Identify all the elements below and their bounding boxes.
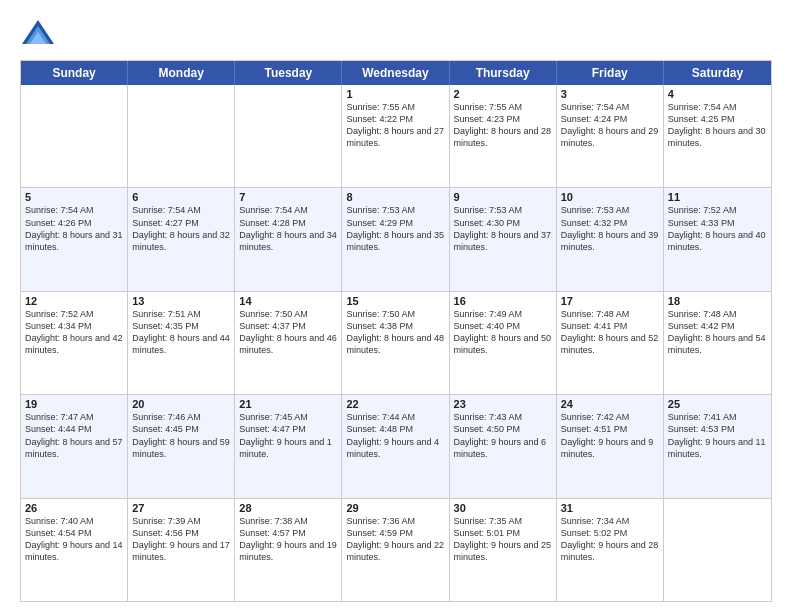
day-number: 6	[132, 191, 230, 203]
calendar-row-0: 1Sunrise: 7:55 AM Sunset: 4:22 PM Daylig…	[21, 85, 771, 188]
cell-daylight-info: Sunrise: 7:54 AM Sunset: 4:27 PM Dayligh…	[132, 204, 230, 253]
day-number: 10	[561, 191, 659, 203]
cell-daylight-info: Sunrise: 7:43 AM Sunset: 4:50 PM Dayligh…	[454, 411, 552, 460]
day-number: 11	[668, 191, 767, 203]
calendar-row-4: 26Sunrise: 7:40 AM Sunset: 4:54 PM Dayli…	[21, 499, 771, 601]
calendar-cell-15: 15Sunrise: 7:50 AM Sunset: 4:38 PM Dayli…	[342, 292, 449, 394]
calendar-cell-3: 3Sunrise: 7:54 AM Sunset: 4:24 PM Daylig…	[557, 85, 664, 187]
calendar-cell-16: 16Sunrise: 7:49 AM Sunset: 4:40 PM Dayli…	[450, 292, 557, 394]
calendar-cell-12: 12Sunrise: 7:52 AM Sunset: 4:34 PM Dayli…	[21, 292, 128, 394]
day-number: 14	[239, 295, 337, 307]
calendar-cell-10: 10Sunrise: 7:53 AM Sunset: 4:32 PM Dayli…	[557, 188, 664, 290]
day-number: 22	[346, 398, 444, 410]
day-number: 21	[239, 398, 337, 410]
day-number: 28	[239, 502, 337, 514]
calendar-cell-24: 24Sunrise: 7:42 AM Sunset: 4:51 PM Dayli…	[557, 395, 664, 497]
cell-daylight-info: Sunrise: 7:51 AM Sunset: 4:35 PM Dayligh…	[132, 308, 230, 357]
cell-daylight-info: Sunrise: 7:50 AM Sunset: 4:38 PM Dayligh…	[346, 308, 444, 357]
day-number: 1	[346, 88, 444, 100]
cell-daylight-info: Sunrise: 7:54 AM Sunset: 4:25 PM Dayligh…	[668, 101, 767, 150]
calendar-cell-23: 23Sunrise: 7:43 AM Sunset: 4:50 PM Dayli…	[450, 395, 557, 497]
calendar-cell-17: 17Sunrise: 7:48 AM Sunset: 4:41 PM Dayli…	[557, 292, 664, 394]
calendar-cell-18: 18Sunrise: 7:48 AM Sunset: 4:42 PM Dayli…	[664, 292, 771, 394]
calendar-cell-11: 11Sunrise: 7:52 AM Sunset: 4:33 PM Dayli…	[664, 188, 771, 290]
cell-daylight-info: Sunrise: 7:50 AM Sunset: 4:37 PM Dayligh…	[239, 308, 337, 357]
cell-daylight-info: Sunrise: 7:55 AM Sunset: 4:23 PM Dayligh…	[454, 101, 552, 150]
cell-daylight-info: Sunrise: 7:40 AM Sunset: 4:54 PM Dayligh…	[25, 515, 123, 564]
weekday-header-tuesday: Tuesday	[235, 61, 342, 85]
day-number: 24	[561, 398, 659, 410]
day-number: 31	[561, 502, 659, 514]
cell-daylight-info: Sunrise: 7:46 AM Sunset: 4:45 PM Dayligh…	[132, 411, 230, 460]
day-number: 30	[454, 502, 552, 514]
weekday-header-monday: Monday	[128, 61, 235, 85]
cell-daylight-info: Sunrise: 7:48 AM Sunset: 4:42 PM Dayligh…	[668, 308, 767, 357]
day-number: 3	[561, 88, 659, 100]
day-number: 23	[454, 398, 552, 410]
cell-daylight-info: Sunrise: 7:55 AM Sunset: 4:22 PM Dayligh…	[346, 101, 444, 150]
cell-daylight-info: Sunrise: 7:52 AM Sunset: 4:33 PM Dayligh…	[668, 204, 767, 253]
calendar: SundayMondayTuesdayWednesdayThursdayFrid…	[20, 60, 772, 602]
weekday-header-friday: Friday	[557, 61, 664, 85]
day-number: 18	[668, 295, 767, 307]
cell-daylight-info: Sunrise: 7:49 AM Sunset: 4:40 PM Dayligh…	[454, 308, 552, 357]
day-number: 20	[132, 398, 230, 410]
day-number: 17	[561, 295, 659, 307]
day-number: 9	[454, 191, 552, 203]
calendar-cell-14: 14Sunrise: 7:50 AM Sunset: 4:37 PM Dayli…	[235, 292, 342, 394]
calendar-cell-31: 31Sunrise: 7:34 AM Sunset: 5:02 PM Dayli…	[557, 499, 664, 601]
calendar-cell-1: 1Sunrise: 7:55 AM Sunset: 4:22 PM Daylig…	[342, 85, 449, 187]
calendar-cell-29: 29Sunrise: 7:36 AM Sunset: 4:59 PM Dayli…	[342, 499, 449, 601]
day-number: 26	[25, 502, 123, 514]
calendar-cell-8: 8Sunrise: 7:53 AM Sunset: 4:29 PM Daylig…	[342, 188, 449, 290]
cell-daylight-info: Sunrise: 7:53 AM Sunset: 4:30 PM Dayligh…	[454, 204, 552, 253]
cell-daylight-info: Sunrise: 7:48 AM Sunset: 4:41 PM Dayligh…	[561, 308, 659, 357]
day-number: 29	[346, 502, 444, 514]
calendar-cell-5: 5Sunrise: 7:54 AM Sunset: 4:26 PM Daylig…	[21, 188, 128, 290]
logo	[20, 16, 60, 52]
calendar-cell-20: 20Sunrise: 7:46 AM Sunset: 4:45 PM Dayli…	[128, 395, 235, 497]
calendar-header: SundayMondayTuesdayWednesdayThursdayFrid…	[21, 61, 771, 85]
calendar-cell-25: 25Sunrise: 7:41 AM Sunset: 4:53 PM Dayli…	[664, 395, 771, 497]
weekday-header-sunday: Sunday	[21, 61, 128, 85]
calendar-cell-2: 2Sunrise: 7:55 AM Sunset: 4:23 PM Daylig…	[450, 85, 557, 187]
weekday-header-wednesday: Wednesday	[342, 61, 449, 85]
cell-daylight-info: Sunrise: 7:38 AM Sunset: 4:57 PM Dayligh…	[239, 515, 337, 564]
calendar-cell-empty-4-6	[664, 499, 771, 601]
weekday-header-saturday: Saturday	[664, 61, 771, 85]
logo-icon	[20, 16, 56, 52]
page: SundayMondayTuesdayWednesdayThursdayFrid…	[0, 0, 792, 612]
day-number: 8	[346, 191, 444, 203]
cell-daylight-info: Sunrise: 7:54 AM Sunset: 4:28 PM Dayligh…	[239, 204, 337, 253]
calendar-cell-21: 21Sunrise: 7:45 AM Sunset: 4:47 PM Dayli…	[235, 395, 342, 497]
calendar-cell-27: 27Sunrise: 7:39 AM Sunset: 4:56 PM Dayli…	[128, 499, 235, 601]
calendar-cell-9: 9Sunrise: 7:53 AM Sunset: 4:30 PM Daylig…	[450, 188, 557, 290]
day-number: 15	[346, 295, 444, 307]
cell-daylight-info: Sunrise: 7:53 AM Sunset: 4:29 PM Dayligh…	[346, 204, 444, 253]
day-number: 7	[239, 191, 337, 203]
calendar-body: 1Sunrise: 7:55 AM Sunset: 4:22 PM Daylig…	[21, 85, 771, 601]
header	[20, 16, 772, 52]
calendar-row-2: 12Sunrise: 7:52 AM Sunset: 4:34 PM Dayli…	[21, 292, 771, 395]
weekday-header-thursday: Thursday	[450, 61, 557, 85]
calendar-row-1: 5Sunrise: 7:54 AM Sunset: 4:26 PM Daylig…	[21, 188, 771, 291]
calendar-cell-7: 7Sunrise: 7:54 AM Sunset: 4:28 PM Daylig…	[235, 188, 342, 290]
calendar-cell-empty-0-1	[128, 85, 235, 187]
calendar-cell-26: 26Sunrise: 7:40 AM Sunset: 4:54 PM Dayli…	[21, 499, 128, 601]
cell-daylight-info: Sunrise: 7:45 AM Sunset: 4:47 PM Dayligh…	[239, 411, 337, 460]
calendar-cell-22: 22Sunrise: 7:44 AM Sunset: 4:48 PM Dayli…	[342, 395, 449, 497]
calendar-cell-4: 4Sunrise: 7:54 AM Sunset: 4:25 PM Daylig…	[664, 85, 771, 187]
day-number: 12	[25, 295, 123, 307]
day-number: 4	[668, 88, 767, 100]
calendar-cell-28: 28Sunrise: 7:38 AM Sunset: 4:57 PM Dayli…	[235, 499, 342, 601]
calendar-cell-empty-0-2	[235, 85, 342, 187]
day-number: 19	[25, 398, 123, 410]
cell-daylight-info: Sunrise: 7:35 AM Sunset: 5:01 PM Dayligh…	[454, 515, 552, 564]
cell-daylight-info: Sunrise: 7:47 AM Sunset: 4:44 PM Dayligh…	[25, 411, 123, 460]
cell-daylight-info: Sunrise: 7:39 AM Sunset: 4:56 PM Dayligh…	[132, 515, 230, 564]
calendar-row-3: 19Sunrise: 7:47 AM Sunset: 4:44 PM Dayli…	[21, 395, 771, 498]
day-number: 13	[132, 295, 230, 307]
cell-daylight-info: Sunrise: 7:34 AM Sunset: 5:02 PM Dayligh…	[561, 515, 659, 564]
cell-daylight-info: Sunrise: 7:52 AM Sunset: 4:34 PM Dayligh…	[25, 308, 123, 357]
day-number: 25	[668, 398, 767, 410]
